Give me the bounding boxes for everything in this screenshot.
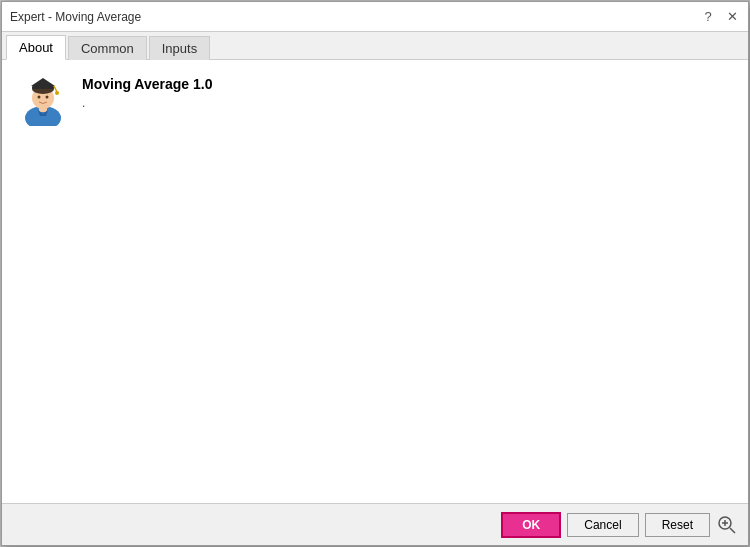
about-content: Moving Average 1.0 . <box>18 76 732 126</box>
title-bar-left: Expert - Moving Average <box>10 10 141 24</box>
cancel-button[interactable]: Cancel <box>567 513 638 537</box>
ok-button[interactable]: OK <box>501 512 561 538</box>
expert-description: . <box>82 96 212 110</box>
help-button[interactable]: ? <box>700 9 716 25</box>
tab-inputs[interactable]: Inputs <box>149 36 210 60</box>
expert-avatar <box>18 76 68 126</box>
tab-about[interactable]: About <box>6 35 66 60</box>
main-window: Expert - Moving Average ? ✕ About Common… <box>1 1 749 546</box>
reset-button[interactable]: Reset <box>645 513 710 537</box>
zoom-icon[interactable] <box>716 514 738 536</box>
svg-point-9 <box>38 96 41 99</box>
svg-rect-4 <box>32 86 54 89</box>
title-bar: Expert - Moving Average ? ✕ <box>2 2 748 32</box>
svg-point-7 <box>55 91 59 95</box>
content-area: Moving Average 1.0 . <box>2 60 748 503</box>
window-title: Expert - Moving Average <box>10 10 141 24</box>
tab-common[interactable]: Common <box>68 36 147 60</box>
close-button[interactable]: ✕ <box>724 9 740 25</box>
svg-point-10 <box>46 96 49 99</box>
expert-title: Moving Average 1.0 <box>82 76 212 92</box>
expert-info: Moving Average 1.0 . <box>82 76 212 110</box>
svg-marker-5 <box>31 78 55 86</box>
footer: OK Cancel Reset <box>2 503 748 545</box>
title-bar-controls: ? ✕ <box>700 9 740 25</box>
svg-line-12 <box>730 528 735 533</box>
tab-bar: About Common Inputs <box>2 32 748 60</box>
footer-right: OK Cancel Reset <box>501 512 738 538</box>
